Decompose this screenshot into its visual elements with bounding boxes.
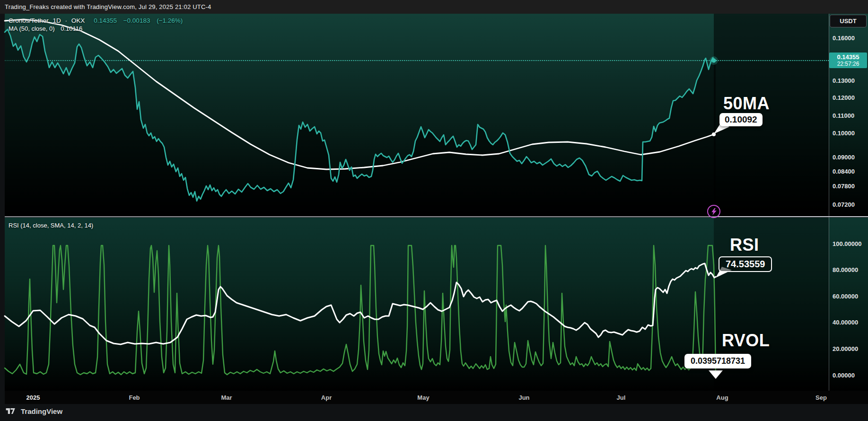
ma-legend[interactable]: MA (50, close, 0) 0.10116 [9, 25, 82, 32]
ma-legend-value: 0.10116 [61, 25, 82, 32]
ma-annotation-text[interactable]: 50MA [723, 94, 770, 114]
tradingview-chart-snapshot: Trading_Freaks created with TradingView.… [0, 0, 868, 421]
attribution-text: Trading_Freaks created with TradingView.… [5, 3, 211, 10]
panel-divider[interactable] [5, 216, 868, 217]
lightning-glyph [711, 208, 717, 215]
symbol-legend[interactable]: Cronos/Tether 1D · OKX 0.14355 −0.00183 … [9, 17, 183, 24]
time-axis-label: 2025 [26, 394, 40, 401]
rsi-annotation-text[interactable]: RSI [730, 235, 759, 255]
separator-dot: · [65, 17, 68, 24]
rsi-value-callout[interactable]: 74.53559 [719, 256, 772, 272]
tradingview-logo-icon [6, 407, 17, 415]
last-price-line [5, 60, 829, 61]
price-scale-border [829, 14, 829, 404]
time-axis-label: Jul [617, 394, 626, 401]
currency-toggle-button[interactable]: USDT [830, 15, 867, 27]
rvol-annotation-text[interactable]: RVOL [722, 331, 770, 351]
attribution-bar: Trading_Freaks created with TradingView.… [0, 0, 868, 14]
time-axis-label: Mar [221, 394, 232, 401]
last-price-value: 0.14355 [829, 53, 867, 61]
bar-countdown: 22:57:26 [829, 61, 867, 67]
time-axis-label: May [417, 394, 429, 401]
symbol-interval: 1D [53, 17, 61, 24]
footer-brand[interactable]: TradingView [6, 407, 62, 415]
rvol-value-callout[interactable]: 0.0395718731 [684, 354, 751, 368]
symbol-exchange: OKX [71, 17, 85, 24]
tradingview-brand-text: TradingView [21, 407, 62, 415]
rsi-legend-label: RSI (14, close, SMA, 14, 2, 14) [9, 222, 93, 229]
symbol-change: −0.00183 [123, 17, 150, 24]
time-axis-label: Aug [716, 394, 728, 401]
time-axis-label: Apr [321, 394, 332, 401]
time-axis-label: Jun [518, 394, 529, 401]
symbol-change-pct: (−1.26%) [157, 17, 183, 24]
symbol-name: Cronos/Tether [9, 17, 49, 24]
symbol-price: 0.14355 [94, 17, 117, 24]
rsi-legend[interactable]: RSI (14, close, SMA, 14, 2, 14) [9, 222, 93, 229]
time-axis-label: Sep [815, 394, 827, 401]
ma-legend-label: MA (50, close, 0) [9, 25, 55, 32]
time-axis-label: Feb [129, 394, 140, 401]
boost-lightning-icon[interactable] [707, 205, 720, 218]
last-price-axis-label: 0.14355 22:57:26 [829, 53, 867, 68]
ma-value-callout[interactable]: 0.10092 [719, 113, 763, 126]
time-axis[interactable]: 2025FebMarAprMayJunJulAugSep [5, 391, 868, 404]
